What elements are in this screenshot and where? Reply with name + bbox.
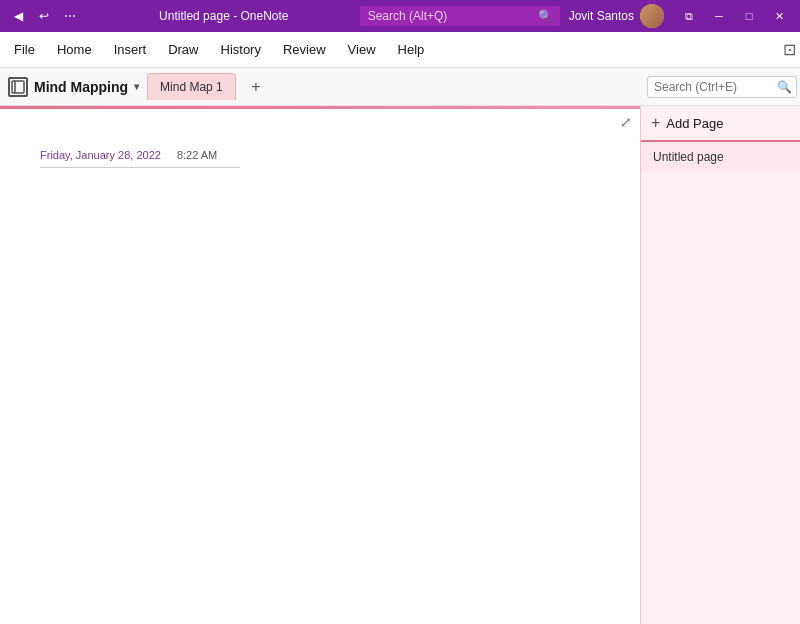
- expand-icon[interactable]: ⤢: [620, 114, 632, 130]
- notebook-name: Mind Mapping: [34, 79, 128, 95]
- page-list-item[interactable]: Untitled page: [641, 142, 800, 172]
- notebook-icon: [8, 77, 28, 97]
- page-date: Friday, January 28, 2022: [40, 149, 161, 161]
- minimize-button[interactable]: ─: [706, 6, 732, 26]
- restore-button[interactable]: ⧉: [676, 6, 702, 26]
- notebook-dropdown-icon[interactable]: ▾: [134, 81, 139, 92]
- page-date-area: Friday, January 28, 2022 8:22 AM: [0, 109, 640, 168]
- add-page-button[interactable]: + Add Page: [641, 106, 800, 142]
- date-separator: [40, 167, 240, 168]
- svg-rect-0: [12, 81, 24, 93]
- maximize-button[interactable]: □: [736, 6, 762, 26]
- add-page-label: Add Page: [666, 116, 723, 131]
- title-bar: ◀ ↩ ⋯ Untitled page - OneNote 🔍 Jovit Sa…: [0, 0, 800, 32]
- menu-insert[interactable]: Insert: [104, 38, 157, 61]
- avatar[interactable]: [640, 4, 664, 28]
- main-content: ⤢ Friday, January 28, 2022 8:22 AM + Add…: [0, 106, 800, 624]
- window-controls: ⧉ ─ □ ✕: [676, 6, 792, 26]
- menu-help[interactable]: Help: [388, 38, 435, 61]
- back-button[interactable]: ◀: [8, 6, 28, 26]
- menu-history[interactable]: History: [211, 38, 271, 61]
- title-search-icon: 🔍: [538, 9, 553, 23]
- right-sidebar: + Add Page Untitled page: [640, 106, 800, 624]
- menu-home[interactable]: Home: [47, 38, 102, 61]
- add-page-plus-icon: +: [651, 114, 660, 132]
- undo-button[interactable]: ↩: [34, 6, 54, 26]
- menu-file[interactable]: File: [4, 38, 45, 61]
- notebook-bar: Mind Mapping ▾ Mind Map 1 + 🔍: [0, 68, 800, 106]
- page-content: ⤢ Friday, January 28, 2022 8:22 AM: [0, 106, 640, 624]
- menu-bar: File Home Insert Draw History Review Vie…: [0, 32, 800, 68]
- title-bar-left-controls: ◀ ↩ ⋯: [8, 6, 80, 26]
- notebook-search-icon: 🔍: [777, 80, 792, 94]
- user-name: Jovit Santos: [569, 9, 634, 23]
- menu-draw[interactable]: Draw: [158, 38, 208, 61]
- add-tab-button[interactable]: +: [244, 75, 268, 99]
- close-button[interactable]: ✕: [766, 6, 792, 26]
- more-button[interactable]: ⋯: [60, 6, 80, 26]
- menu-review[interactable]: Review: [273, 38, 336, 61]
- page-time: 8:22 AM: [177, 149, 217, 161]
- menu-view[interactable]: View: [338, 38, 386, 61]
- collapse-sidebar-button[interactable]: ⊡: [783, 40, 796, 59]
- title-search-input[interactable]: [360, 6, 560, 26]
- notebook-search: 🔍: [647, 76, 792, 98]
- notebook-title: Mind Mapping ▾: [8, 77, 139, 97]
- app-title: Untitled page - OneNote: [88, 9, 360, 23]
- notebook-search-input[interactable]: [647, 76, 797, 98]
- page-tab-mind-map-1[interactable]: Mind Map 1: [147, 73, 236, 100]
- user-info: Jovit Santos: [569, 4, 664, 28]
